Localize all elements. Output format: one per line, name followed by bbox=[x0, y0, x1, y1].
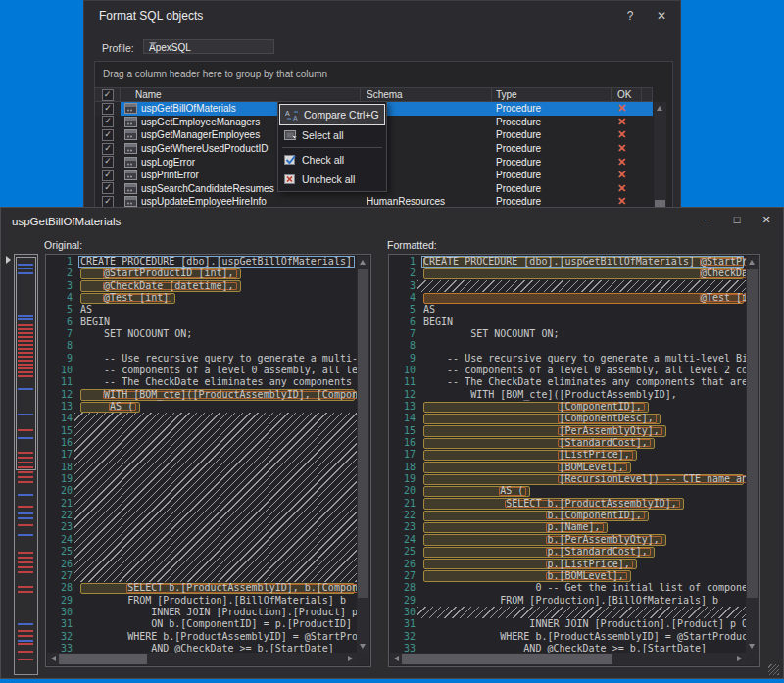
diff-mark-conflict bbox=[18, 462, 33, 463]
code-text: 0 -- Get the initial list of components … bbox=[423, 582, 746, 593]
scroll-right-icon[interactable] bbox=[348, 656, 353, 661]
minimize-button[interactable]: − bbox=[697, 214, 718, 225]
menu-item-label: Compare Ctrl+G bbox=[304, 109, 379, 121]
diff-mark-conflict bbox=[18, 524, 33, 526]
scrollbar-thumb[interactable] bbox=[59, 654, 147, 664]
v-scrollbar[interactable] bbox=[746, 256, 759, 653]
code-text: [ComponentID], bbox=[423, 401, 642, 412]
scroll-up-icon[interactable] bbox=[657, 106, 662, 111]
row-checkbox[interactable]: ✓ bbox=[102, 156, 114, 168]
scroll-left-icon[interactable] bbox=[51, 656, 56, 661]
combo-arrow-icon bbox=[149, 42, 157, 46]
window-close-button[interactable]: ✕ bbox=[756, 214, 777, 226]
code-line: 1CREATE PROCEDURE [dbo].[uspGetBillOfMat… bbox=[390, 256, 746, 268]
code-line: 26 bbox=[47, 559, 357, 570]
code-line: 14 bbox=[47, 413, 357, 424]
menu-item-label: Select all bbox=[302, 129, 344, 141]
code-line: 12 WITH [BOM_cte]([ProductAssemblyID], bbox=[390, 389, 746, 401]
row-checkbox[interactable]: ✓ bbox=[102, 143, 114, 155]
code-line: 17 bbox=[47, 449, 357, 461]
code-text: b.[PerAssemblyQty], bbox=[423, 534, 660, 545]
header-check-checkbox[interactable]: ✓ bbox=[102, 89, 114, 101]
diff-mark-conflict bbox=[18, 429, 33, 431]
diff-mark-conflict bbox=[18, 566, 33, 568]
line-number: 31 bbox=[390, 618, 423, 630]
svg-text:A: A bbox=[293, 115, 298, 122]
row-check-cell: ✓ bbox=[95, 116, 121, 129]
scroll-left-icon[interactable] bbox=[394, 656, 399, 661]
menu-item-compare-ctrl-g[interactable]: AACompare Ctrl+G bbox=[279, 104, 385, 125]
formatted-code-area[interactable]: 1CREATE PROCEDURE [dbo].[uspGetBillOfMat… bbox=[390, 256, 746, 653]
code-text: BEGIN bbox=[80, 317, 110, 327]
grid-scrollbar[interactable] bbox=[654, 102, 666, 214]
code-line: 12 WITH [BOM_cte]([ProductAssemblyID], [… bbox=[47, 389, 357, 401]
code-line: 16 bbox=[47, 437, 357, 449]
diff-map[interactable] bbox=[14, 254, 38, 675]
row-checkbox[interactable]: ✓ bbox=[102, 170, 114, 181]
code-text: p.[ListPrice], bbox=[423, 559, 630, 569]
menu-item-check-all[interactable]: Check all bbox=[278, 150, 386, 170]
scrollbar-thumb[interactable] bbox=[358, 269, 368, 598]
maximize-button[interactable]: □ bbox=[726, 214, 748, 225]
diff-mark-conflict bbox=[18, 659, 33, 660]
menu-item-uncheck-all[interactable]: Uncheck all bbox=[278, 170, 386, 189]
menu-item-select-all[interactable]: Select all bbox=[278, 125, 386, 145]
row-checkbox[interactable]: ✓ bbox=[102, 103, 114, 115]
code-text: AND @CheckDate >= b.[StartDate] bbox=[423, 643, 707, 653]
line-number: 22 bbox=[47, 510, 80, 521]
code-line: 32 WHERE b.[ProductAssemblyID] = @StartP… bbox=[390, 631, 746, 643]
column-header-Type[interactable]: Type bbox=[492, 88, 612, 101]
code-line: 11 -- The CheckDate eliminates any compo… bbox=[47, 376, 357, 388]
code-text: @Test [int] bbox=[80, 292, 169, 303]
resize-grip[interactable] bbox=[768, 664, 779, 675]
profile-combobox[interactable]: ApexSQL bbox=[143, 39, 274, 54]
code-line: 6BEGIN bbox=[390, 317, 746, 328]
scroll-right-icon[interactable] bbox=[737, 656, 742, 661]
column-header-col5[interactable] bbox=[642, 88, 653, 101]
diff-mark-change bbox=[18, 623, 33, 625]
code-text: [BOMLevel], bbox=[423, 462, 624, 472]
line-number: 3 bbox=[390, 280, 423, 292]
row-checkbox[interactable]: ✓ bbox=[102, 116, 114, 127]
h-scrollbar[interactable] bbox=[47, 653, 357, 665]
procedure-icon bbox=[124, 157, 137, 168]
ok-cross-icon: ✕ bbox=[612, 116, 626, 128]
column-header-Name[interactable]: Name bbox=[121, 88, 361, 101]
line-number: 18 bbox=[47, 462, 80, 473]
line-number: 1 bbox=[390, 256, 423, 268]
column-header-Schema[interactable]: Schema bbox=[361, 88, 492, 101]
scrollbar-thumb[interactable] bbox=[402, 654, 612, 664]
column-header-col0[interactable]: ✓ bbox=[95, 88, 121, 101]
code-text: ON b.[ComponentID] = p.[ProductID] bbox=[80, 618, 352, 629]
scroll-down-icon[interactable] bbox=[749, 644, 755, 649]
row-checkbox[interactable]: ✓ bbox=[102, 129, 114, 141]
row-ok-cell: ✕ bbox=[612, 102, 642, 116]
row-checkbox[interactable]: ✓ bbox=[102, 182, 114, 194]
code-line: 3 @CheckDate [datetime], bbox=[47, 280, 357, 292]
diff-mark-conflict bbox=[18, 591, 33, 593]
help-button[interactable]: ? bbox=[621, 9, 639, 23]
column-header-OK[interactable]: OK bbox=[612, 88, 642, 101]
scrollbar-thumb[interactable] bbox=[747, 269, 758, 598]
line-number: 33 bbox=[47, 643, 80, 653]
row-ok-cell: ✕ bbox=[612, 169, 642, 182]
v-scrollbar[interactable] bbox=[357, 256, 369, 653]
line-number: 15 bbox=[47, 425, 80, 437]
diff-mark-conflict bbox=[18, 452, 33, 454]
code-line: 4 @Test [int] bbox=[390, 292, 746, 304]
line-number: 15 bbox=[390, 425, 423, 437]
original-code-area[interactable]: 1CREATE PROCEDURE [dbo].[uspGetBillOfMat… bbox=[47, 256, 357, 653]
line-number: 10 bbox=[390, 365, 423, 376]
scroll-up-icon[interactable] bbox=[749, 260, 755, 265]
scroll-down-icon[interactable] bbox=[360, 644, 366, 649]
h-scrollbar[interactable] bbox=[390, 653, 746, 665]
row-ok-cell: ✕ bbox=[612, 182, 642, 196]
row-filler bbox=[642, 142, 653, 156]
code-text: p.[Name], bbox=[423, 521, 601, 532]
diff-mark-change bbox=[18, 534, 33, 536]
dialog-close-button[interactable]: ✕ bbox=[653, 9, 670, 23]
line-number: 21 bbox=[47, 498, 80, 510]
scroll-up-icon[interactable] bbox=[360, 260, 366, 265]
diff-mark-conflict bbox=[18, 340, 33, 342]
code-text: [RecursionLevel]) -- CTE name and column… bbox=[423, 473, 746, 484]
